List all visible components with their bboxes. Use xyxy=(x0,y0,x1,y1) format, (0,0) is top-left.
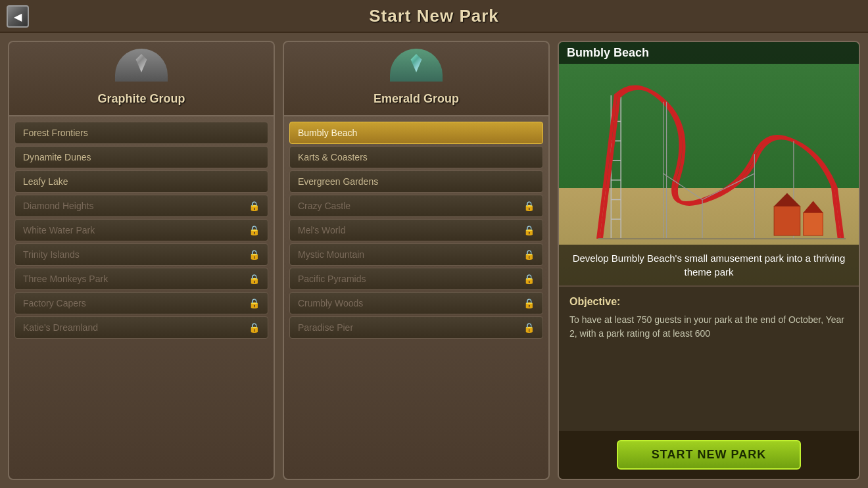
emerald-group-name: Emerald Group xyxy=(374,92,459,106)
graphite-group-name: Graphite Group xyxy=(97,92,185,106)
park-item-label: Leafy Lake xyxy=(23,176,68,187)
preview-panel: Bumbly Beach Develop Bumbly Beach's smal… xyxy=(558,41,860,480)
graphite-park-list: Forest FrontiersDynamite DunesLeafy Lake… xyxy=(9,116,274,479)
park-item-label: Katie's Dreamland xyxy=(23,322,98,333)
start-new-park-button[interactable]: START NEW PARK xyxy=(617,440,801,470)
objective-panel: Objective: To have at least 750 guests i… xyxy=(559,285,859,431)
park-item-three-monkeys-park[interactable]: Three Monkeys Park🔒 xyxy=(14,268,268,290)
lock-icon: 🔒 xyxy=(249,298,260,308)
back-button[interactable]: ◀ xyxy=(7,5,29,28)
park-item-bumbly-beach[interactable]: Bumbly Beach xyxy=(289,122,543,144)
lock-icon: 🔒 xyxy=(249,201,260,211)
park-item-mystic-mountain[interactable]: Mystic Mountain🔒 xyxy=(289,243,543,266)
park-item-label: Paradise Pier xyxy=(298,322,353,333)
lock-icon: 🔒 xyxy=(523,298,535,308)
graphite-group-panel: Graphite Group Forest FrontiersDynamite … xyxy=(8,41,275,480)
svg-line-14 xyxy=(702,174,754,200)
park-item-crazy-castle[interactable]: Crazy Castle🔒 xyxy=(289,195,543,217)
lock-icon: 🔒 xyxy=(249,249,260,260)
park-item-label: Forest Frontiers xyxy=(23,128,88,138)
park-item-label: Dynamite Dunes xyxy=(23,152,91,162)
park-item-dynamite-dunes[interactable]: Dynamite Dunes xyxy=(14,146,268,168)
lock-icon: 🔒 xyxy=(249,322,260,333)
park-item-paradise-pier[interactable]: Paradise Pier🔒 xyxy=(289,316,543,339)
svg-rect-15 xyxy=(774,206,800,235)
park-item-label: Crumbly Woods xyxy=(298,298,363,308)
park-item-factory-capers[interactable]: Factory Capers🔒 xyxy=(14,292,268,314)
graphite-emblem xyxy=(115,49,168,88)
park-item-label: Trinity Islands xyxy=(23,249,80,260)
svg-line-13 xyxy=(663,174,702,200)
park-item-katies-dreamland[interactable]: Katie's Dreamland🔒 xyxy=(14,316,268,339)
park-item-crumbly-woods[interactable]: Crumbly Woods🔒 xyxy=(289,292,543,314)
park-item-label: Mystic Mountain xyxy=(298,249,364,260)
park-item-label: Crazy Castle xyxy=(298,201,350,211)
park-item-label: Karts & Coasters xyxy=(298,152,368,162)
lock-icon: 🔒 xyxy=(249,274,260,284)
park-preview-title: Bumbly Beach xyxy=(559,42,859,64)
park-item-leafy-lake[interactable]: Leafy Lake xyxy=(14,170,268,193)
emerald-group-header: Emerald Group xyxy=(284,42,548,116)
park-item-label: Three Monkeys Park xyxy=(23,274,108,284)
park-item-karts-coasters[interactable]: Karts & Coasters xyxy=(289,146,543,168)
park-item-label: Mel's World xyxy=(298,225,345,235)
park-item-white-water-park[interactable]: White Water Park🔒 xyxy=(14,219,268,241)
emerald-group-panel: Emerald Group Bumbly BeachKarts & Coaste… xyxy=(283,41,550,480)
park-item-label: Diamond Heights xyxy=(23,201,93,211)
title-bar: ◀ Start New Park xyxy=(0,0,868,33)
park-item-label: White Water Park xyxy=(23,225,95,235)
park-item-diamond-heights[interactable]: Diamond Heights🔒 xyxy=(14,195,268,217)
park-item-label: Bumbly Beach xyxy=(298,128,357,138)
park-item-pacific-pyramids[interactable]: Pacific Pyramids🔒 xyxy=(289,268,543,290)
start-button-container: START NEW PARK xyxy=(559,431,859,479)
lock-icon: 🔒 xyxy=(249,225,260,235)
park-item-forest-frontiers[interactable]: Forest Frontiers xyxy=(14,122,268,144)
emerald-diamond xyxy=(407,54,425,72)
park-item-evergreen-gardens[interactable]: Evergreen Gardens xyxy=(289,170,543,193)
graphite-arch xyxy=(115,49,168,82)
emerald-emblem xyxy=(390,49,443,88)
main-content: Graphite Group Forest FrontiersDynamite … xyxy=(0,33,868,488)
park-preview-image: Bumbly Beach Develop Bumbly Beach's smal… xyxy=(559,42,859,285)
objective-text: To have at least 750 guests in your park… xyxy=(569,313,848,341)
lock-icon: 🔒 xyxy=(523,274,535,284)
lock-icon: 🔒 xyxy=(523,249,535,260)
park-item-label: Evergreen Gardens xyxy=(298,176,378,187)
emerald-park-list: Bumbly BeachKarts & CoastersEvergreen Ga… xyxy=(284,116,548,479)
park-item-mels-world[interactable]: Mel's World🔒 xyxy=(289,219,543,241)
park-item-label: Pacific Pyramids xyxy=(298,274,366,284)
svg-marker-17 xyxy=(774,193,800,207)
svg-rect-16 xyxy=(804,212,823,235)
emerald-arch xyxy=(390,49,443,82)
objective-title: Objective: xyxy=(569,296,848,308)
lock-icon: 🔒 xyxy=(523,201,535,211)
page-title: Start New Park xyxy=(369,6,499,26)
park-item-label: Factory Capers xyxy=(23,298,86,308)
svg-marker-18 xyxy=(804,201,823,213)
park-item-trinity-islands[interactable]: Trinity Islands🔒 xyxy=(14,243,268,266)
lock-icon: 🔒 xyxy=(523,322,535,333)
graphite-diamond xyxy=(132,54,151,72)
preview-description: Develop Bumbly Beach's small amusement p… xyxy=(559,245,859,285)
lock-icon: 🔒 xyxy=(523,225,535,235)
graphite-group-header: Graphite Group xyxy=(9,42,274,116)
